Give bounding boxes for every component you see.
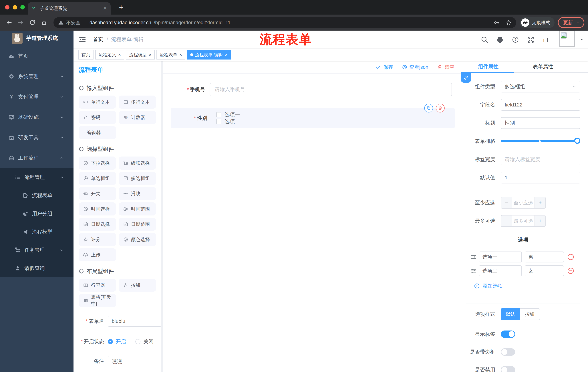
status-on-radio[interactable]: 开启 — [108, 338, 126, 345]
toggle-显示标签[interactable] — [501, 330, 515, 338]
palette-chip-滑块[interactable]: 滑块 — [119, 187, 156, 200]
palette-chip-单行文本[interactable]: 单行文本 — [79, 96, 116, 109]
sidebar-item-支付管理[interactable]: ¥支付管理 — [0, 87, 74, 107]
minimize-window-button[interactable] — [13, 5, 17, 10]
stepper-input[interactable]: 至少应选 — [512, 197, 535, 208]
slider-handle[interactable] — [574, 138, 580, 144]
home-button[interactable] — [39, 17, 50, 28]
stepper-decrease-button[interactable]: − — [501, 215, 512, 226]
prop-input-默认值[interactable] — [501, 172, 580, 183]
avatar-caret-icon[interactable] — [580, 38, 584, 42]
help-icon[interactable]: ? — [512, 36, 519, 43]
tab-form-props[interactable]: 表单属性 — [515, 61, 570, 72]
option-label-input[interactable] — [479, 265, 522, 276]
browser-tab[interactable]: 芋道管理系统 ✕ — [28, 2, 111, 15]
stepper-increase-button[interactable]: + — [535, 197, 546, 208]
palette-chip-日期范围[interactable]: 日期范围 — [119, 218, 156, 231]
tag-流程模型[interactable]: 流程模型× — [126, 50, 155, 60]
maximize-window-button[interactable] — [20, 5, 25, 10]
tag-close-icon[interactable]: × — [179, 52, 182, 57]
prop-input-标签宽度[interactable] — [501, 154, 580, 165]
search-icon[interactable] — [481, 36, 488, 43]
sidebar-item-流程模型[interactable]: 流程模型 — [0, 223, 74, 241]
palette-chip-时间选择[interactable]: 时间选择 — [79, 202, 116, 215]
toggle-是否带边框[interactable] — [501, 348, 515, 356]
sidebar-item-任务管理[interactable]: 任务管理 — [0, 241, 74, 259]
toggle-是否禁用[interactable] — [501, 366, 515, 372]
tag-close-icon[interactable]: × — [149, 52, 151, 57]
palette-chip-表格[开发中][interactable]: 表格[开发中] — [79, 294, 116, 307]
delete-widget-button[interactable] — [436, 104, 445, 112]
palette-chip-级联选择[interactable]: 级联选择 — [119, 157, 156, 170]
back-button[interactable] — [4, 17, 15, 28]
fullscreen-icon[interactable] — [527, 36, 534, 43]
bookmark-star-icon[interactable] — [506, 20, 512, 25]
sidebar-item-用户分组[interactable]: 用户分组 — [0, 205, 74, 223]
selected-widget-gender[interactable]: 性别 选项一选项二 — [171, 108, 455, 128]
form-grid-slider[interactable] — [501, 135, 580, 147]
palette-chip-行容器[interactable]: 行容器 — [79, 279, 116, 292]
sidebar-item-流程表单[interactable]: 流程表单 — [0, 186, 74, 205]
forward-button[interactable] — [15, 17, 26, 28]
palette-chip-多选框组[interactable]: 多选框组 — [119, 172, 156, 185]
sidebar-item-基础设施[interactable]: 基础设施 — [0, 107, 74, 128]
github-icon[interactable] — [496, 36, 504, 43]
drag-handle-icon[interactable] — [471, 268, 476, 274]
tag-流程表单[interactable]: 流程表单× — [157, 50, 185, 60]
data-binding-link-button[interactable] — [461, 73, 471, 83]
prop-input-字段名[interactable] — [501, 99, 580, 111]
new-tab-button[interactable]: + — [116, 2, 126, 12]
remove-option-button[interactable] — [567, 267, 574, 274]
tag-首页[interactable]: 首页 — [78, 50, 94, 60]
reload-button[interactable] — [27, 17, 38, 28]
palette-chip-编辑器[interactable]: 编辑器 — [79, 126, 116, 139]
sidebar-item-系统管理[interactable]: 系统管理 — [0, 66, 74, 87]
sidebar-collapse-icon[interactable] — [79, 36, 86, 43]
palette-chip-评分[interactable]: 评分 — [79, 233, 116, 246]
copy-widget-button[interactable] — [424, 104, 433, 112]
stepper-increase-button[interactable]: + — [535, 215, 546, 226]
stepper-decrease-button[interactable]: − — [501, 197, 512, 208]
tag-close-icon[interactable]: × — [225, 52, 227, 57]
address-bar[interactable]: 不安全 dashboard.yudao.iocoder.cn/bpm/manag… — [53, 17, 516, 28]
palette-chip-单选框组[interactable]: 单选框组 — [79, 172, 116, 185]
phone-input[interactable] — [210, 83, 452, 96]
sidebar-item-研发工具[interactable]: 研发工具 — [0, 128, 74, 148]
checkbox-box[interactable] — [216, 112, 221, 117]
drag-handle-icon[interactable] — [471, 254, 476, 260]
style-button-button[interactable]: 按钮 — [520, 308, 540, 320]
password-key-icon[interactable] — [494, 20, 500, 25]
widget-checkbox-选项二[interactable]: 选项二 — [216, 118, 240, 125]
palette-chip-日期选择[interactable]: 日期选择 — [79, 218, 116, 231]
breadcrumb-home[interactable]: 首页 — [93, 36, 103, 43]
form-name-input[interactable] — [108, 316, 161, 327]
user-avatar[interactable] — [559, 31, 575, 47]
prop-input-标题[interactable] — [501, 117, 580, 129]
tag-close-icon[interactable]: × — [118, 52, 121, 57]
prop-select-组件类型[interactable]: 多选框组 — [501, 81, 580, 93]
palette-chip-时间范围[interactable]: 时间范围 — [119, 202, 156, 215]
style-default-button[interactable]: 默认 — [501, 308, 520, 320]
palette-chip-计数器[interactable]: 123计数器 — [119, 111, 156, 124]
sidebar-item-流程管理[interactable]: 流程管理 — [0, 168, 74, 186]
sidebar-item-首页[interactable]: 首页 — [0, 46, 74, 66]
widget-checkbox-选项一[interactable]: 选项一 — [216, 111, 240, 118]
sidebar-item-工作流程[interactable]: 工作流程 — [0, 148, 74, 168]
checkbox-box[interactable] — [216, 119, 221, 124]
option-value-input[interactable] — [525, 252, 564, 262]
option-label-input[interactable] — [479, 252, 522, 262]
clear-button[interactable]: 清空 — [437, 64, 454, 70]
palette-chip-开关[interactable]: 开关 — [79, 187, 116, 200]
form-remark-textarea[interactable]: 嘿嘿 — [108, 356, 161, 372]
save-button[interactable]: 保存 — [376, 64, 393, 70]
tab-close-icon[interactable]: ✕ — [103, 6, 107, 11]
palette-chip-颜色选择[interactable]: 颜色选择 — [119, 233, 156, 246]
palette-chip-密码[interactable]: 密码 — [79, 111, 116, 124]
browser-menu-icon[interactable] — [576, 20, 580, 25]
palette-chip-下拉选择[interactable]: 下拉选择 — [79, 157, 116, 170]
font-size-icon[interactable]: TT — [543, 36, 551, 43]
tab-component-props[interactable]: 组件属性 — [461, 61, 515, 72]
stepper-input[interactable]: 最多可选 — [512, 215, 535, 226]
close-window-button[interactable] — [5, 5, 10, 10]
option-value-input[interactable] — [525, 265, 564, 276]
